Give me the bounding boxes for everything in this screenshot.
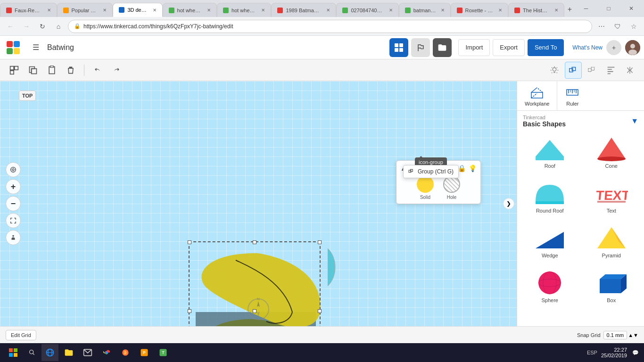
chrome-taskbar-button[interactable] [98, 344, 115, 361]
snap-chevron[interactable]: ▲▼ [628, 332, 638, 338]
home-button[interactable]: ⌂ [52, 20, 65, 33]
undo-button[interactable] [89, 62, 106, 79]
lock-icon[interactable]: 🔒 [458, 165, 466, 172]
tab-faux-real[interactable]: Faux-Real Co... ✕ [0, 3, 57, 17]
snap-input[interactable]: 0.1 mm [603, 331, 627, 339]
group-label: Group (Ctrl G) [418, 168, 454, 175]
bookmark-button[interactable]: ☆ [627, 20, 640, 33]
handle-tm[interactable] [253, 240, 256, 244]
tab-close-10[interactable]: ✕ [554, 8, 558, 13]
tab-batman-m[interactable]: 1989 Batman™ M... ✕ [271, 3, 336, 17]
svg-rect-4 [15, 66, 18, 70]
selection-box[interactable]: ↻ [189, 241, 321, 326]
tab-close-7[interactable]: ✕ [389, 8, 393, 13]
send-to-button[interactable]: Send To [528, 39, 564, 56]
tab-3d-design[interactable]: 3D design... ✕ [113, 3, 162, 17]
handle-mr[interactable] [318, 309, 322, 313]
forward-button[interactable]: → [20, 20, 33, 33]
handle-tl[interactable] [188, 240, 191, 244]
solid-option[interactable]: Solid [417, 176, 434, 200]
svg-line-23 [537, 88, 543, 92]
ruler-button[interactable]: Ruler [557, 81, 587, 110]
refresh-button[interactable]: ↻ [36, 20, 49, 33]
hole-option[interactable]: Hole [443, 176, 460, 200]
mirror-icon [625, 65, 635, 75]
tab-batman-1989[interactable]: batman 1989 ✕ [399, 3, 451, 17]
library-dropdown-button[interactable]: ▼ [631, 117, 638, 125]
group-button[interactable] [565, 62, 582, 79]
start-button[interactable] [4, 343, 23, 362]
shape-item-box[interactable]: Box [583, 266, 641, 307]
tab-close-6[interactable]: ✕ [326, 8, 330, 13]
redo-button[interactable] [108, 62, 125, 79]
tab-hot-wheels-1[interactable]: hot wheels b... ✕ [163, 3, 217, 17]
shape-item-round-roof[interactable]: Round Roof [521, 176, 579, 217]
grid-view-button[interactable] [389, 38, 408, 57]
add-user-button[interactable]: + [606, 40, 621, 55]
tab-close-2[interactable]: ✕ [103, 8, 107, 13]
app6-taskbar-button[interactable]: P [136, 344, 153, 361]
light-button[interactable] [546, 62, 563, 79]
ungroup-button[interactable] [584, 62, 601, 79]
tab-hot-wheels-2[interactable]: hot wheels b... ✕ [217, 3, 271, 17]
address-input[interactable]: 🔒 https://www.tinkercad.com/things/k6QzF… [68, 20, 592, 33]
shield-button[interactable]: 🛡 [611, 20, 624, 33]
whats-new-link[interactable]: What's New [572, 44, 603, 51]
tab-close-1[interactable]: ✕ [47, 8, 51, 13]
canvas-area[interactable]: TOP + − ▲ Shapes(3) [0, 81, 517, 326]
tab-history[interactable]: The History a... ✕ [508, 3, 564, 17]
shape-item-pyramid[interactable]: Pyramid [583, 221, 641, 262]
tooltip-text: icon-group [419, 159, 443, 165]
notification-button[interactable]: 💬 [631, 348, 640, 357]
import-button[interactable]: Import [458, 39, 490, 56]
logo-cell-n [7, 48, 13, 54]
app7-taskbar-button[interactable]: T [155, 344, 172, 361]
tab-close-5[interactable]: ✕ [261, 8, 265, 13]
firefox-taskbar-button[interactable] [117, 344, 134, 361]
mail-taskbar-button[interactable] [79, 344, 96, 361]
tab-close-8[interactable]: ✕ [441, 8, 445, 13]
tab-close-3[interactable]: ✕ [153, 8, 157, 13]
ie-taskbar-button[interactable] [41, 344, 58, 361]
bulb-popup-icon[interactable]: 💡 [469, 165, 477, 172]
sidebar-toggle-button[interactable]: ☰ [27, 39, 44, 56]
shape-item-wedge[interactable]: Wedge [521, 221, 579, 262]
explorer-taskbar-button[interactable] [60, 344, 77, 361]
sphere-label: Sphere [542, 297, 558, 303]
delete-button[interactable] [62, 62, 79, 79]
tab-roxette[interactable]: Roxette - Sum... ✕ [451, 3, 509, 17]
handle-ml[interactable] [188, 309, 191, 313]
sphere-shape-icon [533, 270, 566, 296]
copy-button[interactable] [25, 62, 41, 79]
tab-close-9[interactable]: ✕ [498, 8, 502, 13]
hammer-view-button[interactable] [411, 38, 430, 57]
export-button[interactable]: Export [493, 39, 525, 56]
search-taskbar-button[interactable] [25, 345, 40, 360]
new-tab-button[interactable]: + [564, 3, 575, 16]
shape-item-sphere[interactable]: Sphere [521, 266, 579, 307]
mirror-button[interactable] [621, 62, 638, 79]
workplane-button[interactable]: Workplane [517, 81, 557, 110]
handle-center[interactable] [253, 309, 256, 313]
back-button[interactable]: ← [4, 20, 17, 33]
close-button[interactable]: ✕ [620, 0, 642, 17]
new-shape-button[interactable] [6, 62, 23, 79]
folder-button[interactable] [433, 38, 452, 57]
handle-tr[interactable] [318, 240, 322, 244]
shape-item-cone[interactable]: Cone [583, 132, 641, 173]
extensions-button[interactable]: ⋯ [595, 20, 608, 33]
align-button[interactable] [603, 62, 619, 79]
shape-item-roof[interactable]: Roof [521, 132, 579, 173]
tab-popular-torre[interactable]: Popular Torre... ✕ [57, 3, 113, 17]
edit-grid-button[interactable]: Edit Grid [6, 330, 36, 340]
paste-button[interactable] [43, 62, 60, 79]
tab-close-4[interactable]: ✕ [207, 8, 211, 13]
shape-item-text[interactable]: TEXT Text [583, 176, 641, 217]
align-icon [606, 65, 616, 75]
cone-label: Cone [605, 163, 618, 169]
user-avatar[interactable] [625, 40, 640, 55]
tab-jpg[interactable]: 027084740165.jpg ✕ [336, 3, 398, 17]
maximize-button[interactable]: □ [598, 0, 619, 17]
svg-rect-13 [591, 67, 594, 70]
minimize-button[interactable]: ─ [575, 0, 597, 17]
